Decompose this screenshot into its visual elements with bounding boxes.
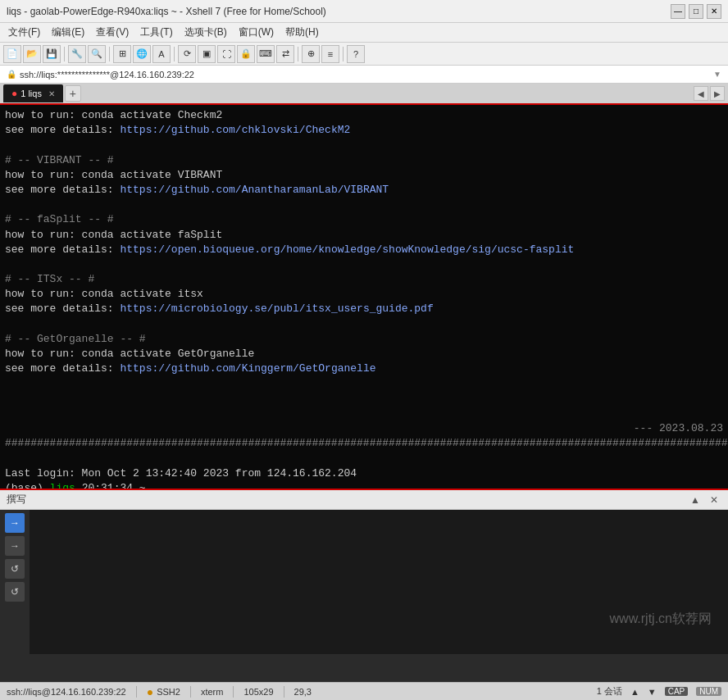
menu-file[interactable]: 文件(F)	[3, 24, 45, 41]
tab-nav: ◀ ▶	[694, 86, 725, 101]
terminal-line-10: see more details: https://open.bioqueue.…	[5, 243, 723, 257]
toolbar-btn3[interactable]: ⊞	[113, 45, 131, 63]
maximize-button[interactable]: □	[689, 4, 703, 19]
terminal-line-11	[5, 257, 723, 272]
terminal-line-5: how to run: conda activate VIBRANT	[5, 168, 723, 183]
tab-next-button[interactable]: ▶	[710, 86, 725, 101]
menu-tabs[interactable]: 选项卡(B)	[180, 24, 232, 41]
toolbar-zoom[interactable]: 🔍	[88, 45, 106, 63]
toolbar-font[interactable]: A	[152, 45, 171, 63]
toolbar: 📄 📂 💾 🔧 🔍 ⊞ 🌐 A ⟳ ▣ ⛶ 🔒 ⌨ ⇄ ⊕ ≡ ?	[0, 43, 728, 66]
terminal-date-line: --- 2023.08.23	[5, 421, 723, 436]
terminal-line-8: # -- faSplit -- #	[5, 212, 723, 227]
compose-sidebar: → → ↺ ↺	[0, 510, 30, 654]
terminal-line-9: how to run: conda activate faSplit	[5, 228, 723, 243]
toolbar-sep-2	[109, 47, 110, 61]
close-button[interactable]: ✕	[707, 4, 721, 19]
toolbar-sep-3	[174, 47, 175, 61]
compose-close-button[interactable]: ✕	[707, 494, 721, 506]
toolbar-fullscreen[interactable]: ⛶	[217, 45, 235, 63]
address-dropdown[interactable]: ▼	[713, 70, 721, 79]
tab-label: 1 liqs	[20, 89, 42, 98]
terminal-line-18: see more details: https://github.com/Kin…	[5, 361, 723, 376]
terminal-lastlogin: Last login: Mon Oct 2 13:42:40 2023 from…	[5, 466, 723, 481]
toolbar-help[interactable]: ?	[347, 45, 365, 63]
terminal-line-7	[5, 198, 723, 212]
watermark: www.rjtj.cn软荐网	[610, 611, 712, 628]
lock-icon: 🔒	[7, 70, 16, 79]
terminal-line-13: how to run: conda activate itsx	[5, 287, 723, 302]
compose-float-button[interactable]: ▲	[687, 494, 703, 506]
terminal-line-16: # -- GetOrganelle -- #	[5, 332, 723, 347]
toolbar-save[interactable]: 💾	[43, 45, 61, 63]
terminal-blank	[5, 451, 723, 466]
toolbar-globe[interactable]: 🌐	[133, 45, 151, 63]
toolbar-multi[interactable]: ⊕	[302, 45, 320, 63]
terminal-line-4: # -- VIBRANT -- #	[5, 153, 723, 168]
scroll-up-button[interactable]: ▲	[630, 687, 639, 697]
status-bar: ssh://liqs@124.16.160.239:22 ● SSH2 xter…	[0, 682, 728, 700]
toolbar-new[interactable]: 📄	[3, 45, 21, 63]
compose-sidebar-refresh2[interactable]: ↺	[5, 582, 25, 602]
toolbar-cmd2[interactable]: ▣	[198, 45, 216, 63]
terminal-line-12: # -- ITSx -- #	[5, 272, 723, 287]
terminal-line-3	[5, 138, 723, 152]
title-text: liqs - gaolab-PowerEdge-R940xa:liqs ~ - …	[7, 6, 326, 17]
menu-help[interactable]: 帮助(H)	[280, 24, 324, 41]
compose-sidebar-arrow1[interactable]: →	[5, 513, 25, 533]
terminal-line-15	[5, 317, 723, 332]
compose-sidebar-arrow2[interactable]: →	[5, 536, 25, 556]
status-size: 105x29	[243, 687, 273, 697]
compose-title: 撰写	[7, 493, 26, 507]
status-term: xterm	[201, 687, 224, 697]
compose-header: 撰写 ▲ ✕	[0, 490, 728, 510]
tab-close-icon[interactable]: ✕	[48, 89, 55, 98]
address-text[interactable]: ssh://liqs:***************@124.16.160.23…	[20, 70, 713, 80]
status-sep-2	[190, 686, 191, 698]
terminal[interactable]: how to run: conda activate Checkm2 see m…	[0, 105, 728, 489]
title-controls: — □ ✕	[671, 4, 721, 19]
toolbar-log[interactable]: ≡	[321, 45, 339, 63]
compose-panel: 撰写 ▲ ✕ → → ↺ ↺ www.rjtj.cn软荐网	[0, 489, 728, 652]
tab-liqs[interactable]: ● 1 liqs ✕	[3, 84, 63, 102]
compose-main[interactable]: www.rjtj.cn软荐网	[30, 510, 728, 654]
toolbar-transfer[interactable]: ⇄	[276, 45, 294, 63]
toolbar-open[interactable]: 📂	[23, 45, 41, 63]
title-bar: liqs - gaolab-PowerEdge-R940xa:liqs ~ - …	[0, 0, 728, 23]
scroll-down-button[interactable]: ▼	[648, 687, 657, 697]
compose-sidebar-refresh1[interactable]: ↺	[5, 559, 25, 579]
status-sep-4	[284, 686, 284, 698]
terminal-line-21	[5, 407, 723, 421]
menu-edit[interactable]: 编辑(E)	[47, 24, 89, 41]
toolbar-lock[interactable]: 🔒	[237, 45, 255, 63]
caps-lock-badge: CAP	[665, 687, 689, 696]
ssh-dot-icon: ●	[147, 685, 153, 698]
menu-window[interactable]: 窗口(W)	[234, 24, 279, 41]
status-sep-1	[136, 686, 137, 698]
toolbar-sep-5	[343, 47, 344, 61]
terminal-line-6: see more details: https://github.com/Ana…	[5, 183, 723, 198]
terminal-hashline: ########################################…	[5, 436, 723, 451]
toolbar-kbd[interactable]: ⌨	[257, 45, 275, 63]
terminal-line-2: see more details: https://github.com/chk…	[5, 123, 723, 138]
tab-prev-button[interactable]: ◀	[694, 86, 708, 101]
tab-dot: ●	[11, 88, 17, 99]
menu-view[interactable]: 查看(V)	[91, 24, 134, 41]
address-bar: 🔒 ssh://liqs:***************@124.16.160.…	[0, 66, 728, 84]
compose-body: → → ↺ ↺ www.rjtj.cn软荐网	[0, 510, 728, 654]
tab-add-button[interactable]: +	[65, 85, 81, 102]
toolbar-prop[interactable]: 🔧	[68, 45, 86, 63]
num-lock-badge: NUM	[696, 687, 721, 696]
terminal-line-19	[5, 376, 723, 391]
status-sep-3	[233, 686, 234, 698]
status-right: 1 会话 ▲ ▼ CAP NUM	[597, 685, 721, 698]
status-position: 29,3	[294, 687, 312, 697]
status-ssh-seg: ● SSH2	[147, 685, 180, 698]
status-sessions: 1 会话	[597, 685, 622, 698]
status-ssh-label: SSH2	[157, 687, 180, 697]
menu-tools[interactable]: 工具(T)	[135, 24, 177, 41]
tab-bar: ● 1 liqs ✕ + ◀ ▶	[0, 84, 728, 105]
toolbar-cmd1[interactable]: ⟳	[178, 45, 196, 63]
minimize-button[interactable]: —	[671, 4, 685, 19]
terminal-line-20	[5, 392, 723, 407]
